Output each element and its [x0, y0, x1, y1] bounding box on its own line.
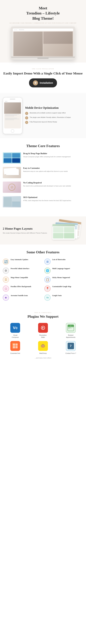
free-label: Free & Compatible — [3, 312, 83, 313]
cal-header — [68, 325, 74, 327]
install-label: One Click Installation — [3, 68, 83, 70]
laptop-mockup: TRENDION — [11, 26, 75, 60]
drag-blocks — [3, 152, 21, 164]
home-pages-title: 2 Home Pages Layouts — [3, 227, 50, 230]
feature-number-2: 2 — [25, 116, 28, 120]
feature-parallax-text: Parallax Effect Backgrounds — [11, 286, 31, 288]
hero-section: Meet Trendion – Lifestyle Blog Theme! An… — [0, 0, 86, 62]
feature-item-googlemap: 📍 Customizable Google Map — [44, 286, 83, 292]
drag-block-4 — [12, 158, 20, 163]
cal-dot — [71, 326, 71, 326]
vc-icon: Vc — [10, 323, 20, 333]
feature-item-updates: 🔄 Easy Automatic Updates — [3, 258, 42, 265]
mobile-heading: Mobile Device Optimization — [25, 106, 83, 110]
booked-label: BookedAppointments — [66, 334, 75, 338]
mobile-info: Mobile Device Optimization 1 Absolutely … — [25, 106, 83, 125]
drag-block-3 — [4, 158, 12, 163]
feature-fontello-name: Awesome Fontello Icons — [11, 294, 28, 297]
customize-image — [3, 167, 21, 178]
feature-item-sticky: 📋 Sticky Menus Supported — [44, 276, 83, 283]
phone-text-line — [5, 118, 17, 118]
drag-block-1 — [4, 153, 12, 158]
feature-admin-text: Powerful Admin Interface — [11, 268, 29, 270]
feature-parallax-name: Parallax Effect Backgrounds — [11, 286, 31, 288]
plugin-essential: Essential Grid — [3, 341, 28, 354]
other-features-title: Some Other Features — [3, 250, 83, 254]
feature-googlemap-name: Customizable Google Map — [52, 286, 71, 288]
plugins-section: Free & Compatible Plugins We Support Vc … — [0, 306, 86, 364]
page-card-header-3 — [52, 224, 75, 226]
coding-image: ⊘ — [3, 182, 21, 193]
coding-feature-name: No Coding Required — [23, 182, 71, 184]
seo-feature-desc: HTML code integrated into the theme meet… — [23, 200, 71, 202]
more-plugins-label: ...and many more others — [3, 357, 83, 359]
other-features-section: Some Other Features 🔄 Easy Automatic Upd… — [0, 244, 86, 306]
mobile-section: MENU ≡ Mobile Device Optimization 1 Abso… — [0, 93, 86, 138]
essential-icon — [10, 341, 20, 351]
phone-text-line — [5, 119, 19, 119]
essential-label: Essential Grid — [10, 352, 20, 354]
pages-stack — [52, 220, 83, 240]
feature-item-admin: ⚙ Powerful Admin Interface — [3, 268, 42, 274]
feature-item-googlefonts: Aa Google Fonts — [44, 294, 83, 301]
sticky-icon: 📋 — [44, 276, 50, 283]
feature-updates-name: Easy Automatic Updates — [11, 258, 28, 261]
mobile-feature-3: 3 Fully Responsive layout & Retina Ready — [25, 121, 83, 124]
nav-dot — [16, 30, 17, 30]
phone-mockup: MENU ≡ — [3, 97, 22, 134]
feature-number-1: 1 — [25, 112, 28, 115]
feature-item-shortcodes: ⊞ Lots of Shortcodes — [44, 258, 83, 265]
feature-row-drag: Drag & Drop Page Builder Visual Composer… — [3, 152, 83, 164]
feature-item-parallax: ◻ Parallax Effect Backgrounds — [3, 286, 42, 292]
plugin-mailchimp: 🐵 MailChimp — [31, 341, 56, 354]
phone-nav-bar: MENU ≡ — [4, 100, 21, 102]
multilang-icon: 🌐 — [44, 268, 50, 274]
home-pages-desc: We create Several Unique Demos with Diff… — [3, 232, 50, 234]
phone-hero-image — [4, 102, 21, 114]
plugin-rev: RevolutionSlider — [31, 323, 56, 338]
cal-body — [68, 327, 74, 329]
shortcodes-icon: ⊞ — [44, 258, 50, 265]
contact7-icon: 7 — [66, 341, 76, 351]
laptop-base — [11, 57, 75, 58]
no-code-icon: ⊘ — [8, 184, 15, 191]
megamenu-icon: ☰ — [3, 276, 9, 283]
pcc-block — [64, 227, 74, 232]
rev-play-wrapper — [41, 326, 45, 330]
demo-import-section: One Click Installation Easily Import Dem… — [0, 62, 86, 93]
page-card-3 — [52, 224, 75, 240]
drag-block-2 — [12, 153, 20, 158]
mailchimp-label: MailChimp — [39, 352, 47, 354]
plugin-contact7: 7 Contact Form 7 — [58, 341, 83, 354]
feature-item-fontello: ★ Awesome Fontello Icons — [3, 294, 42, 301]
feature-googlefonts-text: Google Fonts — [52, 294, 62, 297]
feature-item-megamenu: ☰ Mega Menu Compatible — [3, 276, 42, 283]
rev-play-triangle — [42, 327, 44, 329]
theme-features-title: Theme Core Features — [3, 144, 83, 148]
paper-stack — [4, 168, 20, 177]
feature-text-1: Absolutely all scrollable sections suppo… — [30, 112, 66, 114]
phone-text-line — [5, 120, 14, 120]
hero-title: Meet Trendion – Lifestyle Blog Theme! — [3, 6, 83, 21]
plugin-booked: BookedAppointments — [58, 323, 83, 338]
mobile-feature-2: 2 The plugin uses Mobile Friendly slider… — [25, 116, 83, 120]
feature-admin-name: Powerful Admin Interface — [11, 268, 29, 270]
calendar-icon — [68, 324, 74, 331]
seo-image — [3, 196, 21, 208]
page-card-content-3 — [52, 226, 75, 239]
feature-number-3: 3 — [25, 121, 28, 124]
feature-row-seo: SEO Optimized HTML code integrated into … — [3, 196, 83, 208]
feature-megamenu-name: Mega Menu Compatible — [11, 276, 28, 279]
vc-icon-text: Vc — [13, 326, 18, 330]
feature-text-3: Fully Responsive layout & Retina Ready — [30, 121, 57, 123]
feature-item-multilang: 🌐 Multi Language Support — [44, 268, 83, 274]
install-heading: Easily Import Demo With a Single Click o… — [3, 71, 83, 76]
feature-row-customize: Easy to Customize Awesome easy-to use op… — [3, 167, 83, 178]
mc-icon-inner: 🐵 — [40, 343, 46, 349]
home-pages-image — [52, 220, 83, 240]
feature-seo-details: SEO Optimized HTML code integrated into … — [23, 196, 71, 202]
plugin-vc: Vc VisualComposer — [3, 323, 28, 338]
googlefonts-icon: Aa — [44, 294, 50, 301]
phone-menu-label: MENU — [5, 101, 7, 102]
installation-button[interactable]: ⚙ Installation — [29, 78, 57, 88]
